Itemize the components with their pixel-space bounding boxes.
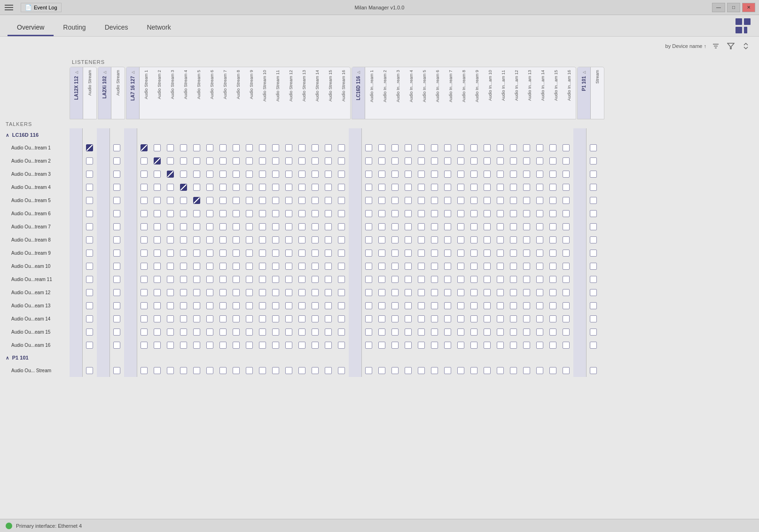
- matrix-cell[interactable]: [401, 154, 415, 167]
- matrix-cell[interactable]: [428, 273, 441, 286]
- matrix-cell[interactable]: [216, 207, 229, 220]
- matrix-cell[interactable]: [546, 167, 559, 180]
- matrix-cell[interactable]: [295, 154, 308, 167]
- matrix-cell[interactable]: [428, 286, 441, 299]
- matrix-cell[interactable]: [321, 220, 335, 233]
- matrix-cell[interactable]: [335, 273, 348, 286]
- matrix-cell[interactable]: [546, 351, 559, 364]
- matrix-cell[interactable]: [190, 154, 203, 167]
- matrix-cell[interactable]: [190, 299, 203, 312]
- matrix-cell[interactable]: [203, 207, 216, 220]
- matrix-cell[interactable]: [441, 312, 454, 325]
- matrix-cell[interactable]: [190, 259, 203, 273]
- matrix-cell[interactable]: [362, 246, 375, 259]
- matrix-cell[interactable]: [190, 128, 203, 141]
- matrix-cell[interactable]: [493, 259, 507, 273]
- matrix-cell[interactable]: [256, 351, 269, 364]
- matrix-cell[interactable]: [467, 286, 480, 299]
- matrix-cell[interactable]: [110, 207, 123, 220]
- matrix-cell[interactable]: [269, 299, 282, 312]
- matrix-cell[interactable]: [362, 180, 375, 194]
- matrix-cell[interactable]: [388, 259, 401, 273]
- matrix-cell[interactable]: [375, 167, 388, 180]
- matrix-cell[interactable]: [190, 180, 203, 194]
- matrix-cell[interactable]: [533, 312, 546, 325]
- matrix-cell[interactable]: [335, 233, 348, 246]
- matrix-cell[interactable]: [493, 325, 507, 338]
- matrix-cell[interactable]: [362, 194, 375, 207]
- matrix-cell[interactable]: [493, 273, 507, 286]
- matrix-cell[interactable]: [190, 273, 203, 286]
- matrix-cell[interactable]: [137, 246, 150, 259]
- matrix-cell[interactable]: [454, 154, 467, 167]
- matrix-cell[interactable]: [308, 128, 321, 141]
- matrix-cell[interactable]: [335, 364, 348, 377]
- matrix-cell[interactable]: [177, 246, 190, 259]
- matrix-cell[interactable]: [507, 259, 520, 273]
- matrix-cell[interactable]: [454, 220, 467, 233]
- matrix-cell[interactable]: [164, 180, 177, 194]
- matrix-cell[interactable]: [428, 220, 441, 233]
- matrix-cell[interactable]: [295, 259, 308, 273]
- matrix-cell[interactable]: [375, 364, 388, 377]
- matrix-cell[interactable]: [493, 194, 507, 207]
- matrix-cell[interactable]: [110, 351, 123, 364]
- matrix-cell[interactable]: [546, 338, 559, 352]
- matrix-cell[interactable]: [415, 364, 428, 377]
- matrix-cell[interactable]: [150, 286, 164, 299]
- expand-button[interactable]: [740, 40, 751, 52]
- matrix-cell[interactable]: [164, 286, 177, 299]
- matrix-cell[interactable]: [428, 207, 441, 220]
- matrix-cell[interactable]: [559, 338, 572, 352]
- matrix-cell[interactable]: [480, 167, 493, 180]
- matrix-cell[interactable]: [203, 246, 216, 259]
- matrix-cell[interactable]: [441, 194, 454, 207]
- matrix-cell[interactable]: [177, 128, 190, 141]
- matrix-cell[interactable]: [335, 351, 348, 364]
- matrix-cell[interactable]: [467, 299, 480, 312]
- matrix-cell[interactable]: [203, 364, 216, 377]
- matrix-cell[interactable]: [441, 167, 454, 180]
- matrix-cell[interactable]: [454, 167, 467, 180]
- matrix-cell[interactable]: [533, 299, 546, 312]
- matrix-cell[interactable]: [559, 286, 572, 299]
- matrix-cell[interactable]: [110, 128, 123, 141]
- matrix-cell[interactable]: [480, 220, 493, 233]
- matrix-cell[interactable]: [559, 325, 572, 338]
- matrix-cell[interactable]: [454, 364, 467, 377]
- matrix-cell[interactable]: [295, 220, 308, 233]
- matrix-cell[interactable]: [454, 141, 467, 154]
- matrix-cell[interactable]: [282, 364, 295, 377]
- matrix-cell[interactable]: [110, 273, 123, 286]
- matrix-cell[interactable]: [454, 180, 467, 194]
- matrix-cell[interactable]: [375, 233, 388, 246]
- matrix-cell[interactable]: [441, 246, 454, 259]
- matrix-cell[interactable]: [150, 167, 164, 180]
- matrix-cell[interactable]: [216, 128, 229, 141]
- matrix-cell[interactable]: [441, 220, 454, 233]
- matrix-cell[interactable]: [533, 207, 546, 220]
- matrix-cell[interactable]: [229, 351, 243, 364]
- matrix-cell[interactable]: [256, 259, 269, 273]
- matrix-cell[interactable]: [375, 259, 388, 273]
- matrix-cell[interactable]: [362, 233, 375, 246]
- matrix-cell[interactable]: [269, 286, 282, 299]
- matrix-cell[interactable]: [375, 141, 388, 154]
- matrix-cell[interactable]: [137, 233, 150, 246]
- matrix-cell[interactable]: [164, 312, 177, 325]
- matrix-cell[interactable]: [559, 194, 572, 207]
- matrix-cell[interactable]: [546, 325, 559, 338]
- matrix-cell[interactable]: [362, 312, 375, 325]
- matrix-cell[interactable]: [321, 325, 335, 338]
- matrix-cell[interactable]: [177, 351, 190, 364]
- matrix-cell[interactable]: [493, 233, 507, 246]
- matrix-cell[interactable]: [480, 273, 493, 286]
- matrix-cell[interactable]: [295, 167, 308, 180]
- matrix-cell[interactable]: [401, 273, 415, 286]
- matrix-cell[interactable]: [533, 273, 546, 286]
- matrix-cell[interactable]: [428, 259, 441, 273]
- matrix-cell[interactable]: [321, 338, 335, 352]
- matrix-cell[interactable]: [164, 233, 177, 246]
- matrix-cell[interactable]: [467, 351, 480, 364]
- matrix-cell[interactable]: [295, 299, 308, 312]
